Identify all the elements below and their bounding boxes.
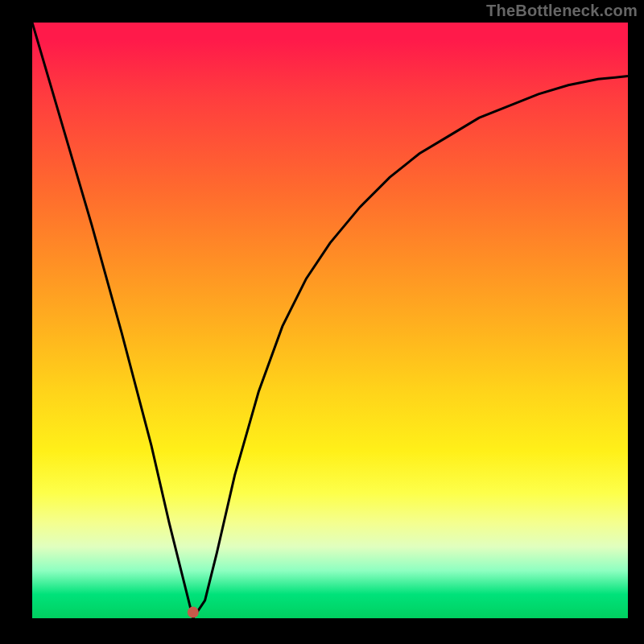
watermark-label: TheBottleneck.com bbox=[486, 2, 638, 20]
chart-frame: TheBottleneck.com bbox=[0, 0, 644, 644]
optimal-point-marker bbox=[188, 607, 199, 618]
bottleneck-curve-path bbox=[32, 23, 628, 618]
bottleneck-chart bbox=[32, 23, 628, 618]
plot-area bbox=[32, 23, 628, 618]
